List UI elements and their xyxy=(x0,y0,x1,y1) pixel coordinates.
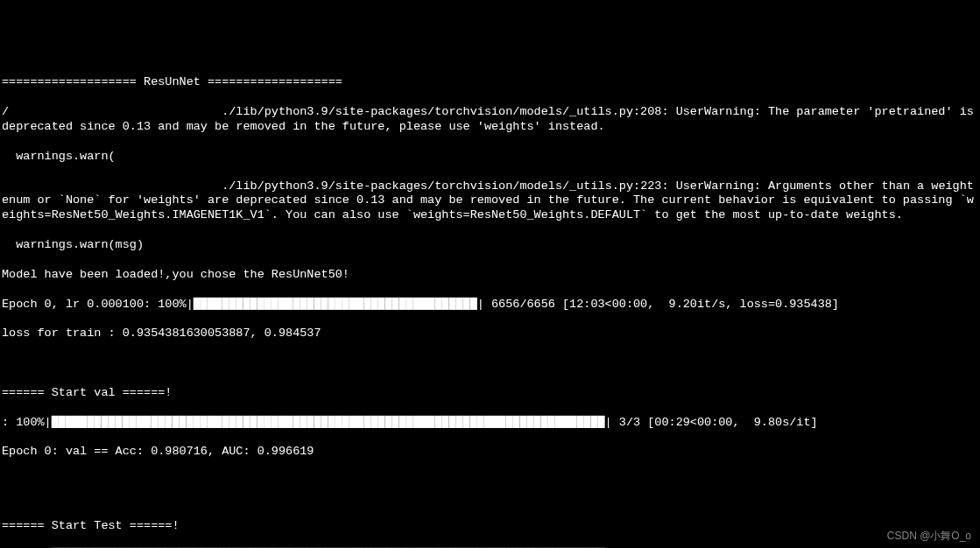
terminal-line: warnings.warn(msg) xyxy=(2,238,978,253)
terminal-line: =================== ResUnNet ===========… xyxy=(2,75,978,90)
terminal-line: warnings.warn( xyxy=(2,150,978,165)
terminal-line: loss for train : 0.9354381630053887, 0.9… xyxy=(2,327,978,341)
terminal-line: Epoch 0: val == Acc: 0.980716, AUC: 0.99… xyxy=(2,445,978,460)
terminal-line: ====== Start Test ======! xyxy=(2,519,978,534)
terminal-line: ./lib/python3.9/site-packages/torchvisio… xyxy=(2,179,978,224)
terminal-output: =================== ResUnNet ===========… xyxy=(2,61,978,549)
terminal-line: Model have been loaded!,you chose the Re… xyxy=(2,268,978,283)
terminal-line: Epoch 0, lr 0.000100: 100%|█████████████… xyxy=(2,298,978,313)
terminal-line: : 100%|█████████████████████████████████… xyxy=(2,416,978,431)
terminal-line: / ./lib/python3.9/site-packages/torchvis… xyxy=(2,105,978,135)
terminal-line: ====== Start val ======! xyxy=(2,386,978,401)
watermark-text: CSDN @小舞O_o xyxy=(887,530,971,543)
